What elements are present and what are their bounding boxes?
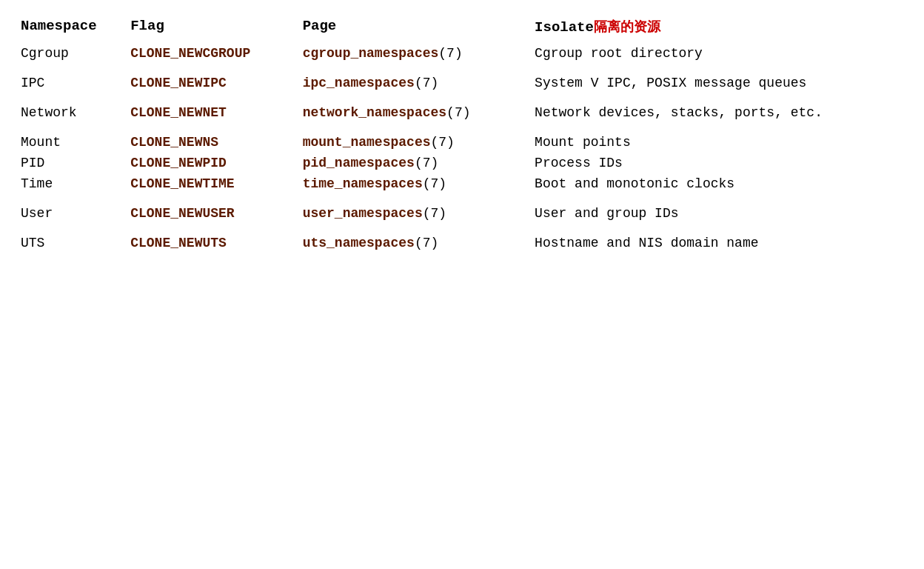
header-page: Page — [300, 15, 532, 43]
flag-cell: CLONE_NEWNET — [127, 102, 299, 123]
isolate-cell: User and group IDs — [532, 203, 906, 224]
table-row: IPCCLONE_NEWIPCipc_namespaces(7)System V… — [18, 73, 906, 93]
header-flag: Flag — [127, 15, 299, 43]
header-isolate: Isolate隔离的资源 — [532, 15, 906, 43]
flag-cell: CLONE_NEWTIME — [127, 173, 299, 194]
page-cell: user_namespaces(7) — [300, 203, 532, 224]
table-row: MountCLONE_NEWNSmount_namespaces(7)Mount… — [18, 132, 906, 153]
spacer-row — [18, 224, 906, 233]
isolate-cell: Cgroup root directory — [532, 43, 906, 64]
page-cell: time_namespaces(7) — [300, 173, 532, 194]
namespace-cell: PID — [18, 153, 127, 173]
table-row: TimeCLONE_NEWTIMEtime_namespaces(7)Boot … — [18, 173, 906, 194]
flag-cell: CLONE_NEWIPC — [127, 73, 299, 93]
isolate-cell: Process IDs — [532, 153, 906, 173]
isolate-cell: Boot and monotonic clocks — [532, 173, 906, 194]
namespace-cell: Mount — [18, 132, 127, 153]
flag-cell: CLONE_NEWPID — [127, 153, 299, 173]
spacer-row — [18, 64, 906, 73]
namespace-cell: User — [18, 203, 127, 224]
header-namespace: Namespace — [18, 15, 127, 43]
page-cell: network_namespaces(7) — [300, 102, 532, 123]
flag-cell: CLONE_NEWNS — [127, 132, 299, 153]
page-cell: uts_namespaces(7) — [300, 233, 532, 253]
isolate-cell: System V IPC, POSIX message queues — [532, 73, 906, 93]
table-row: UserCLONE_NEWUSERuser_namespaces(7)User … — [18, 203, 906, 224]
spacer-row — [18, 93, 906, 102]
table-row: NetworkCLONE_NEWNETnetwork_namespaces(7)… — [18, 102, 906, 123]
page-cell: pid_namespaces(7) — [300, 153, 532, 173]
namespace-cell: IPC — [18, 73, 127, 93]
namespace-cell: Cgroup — [18, 43, 127, 64]
flag-cell: CLONE_NEWUTS — [127, 233, 299, 253]
isolate-cell: Hostname and NIS domain name — [532, 233, 906, 253]
page-cell: ipc_namespaces(7) — [300, 73, 532, 93]
table-row: PIDCLONE_NEWPIDpid_namespaces(7)Process … — [18, 153, 906, 173]
table-row: CgroupCLONE_NEWCGROUPcgroup_namespaces(7… — [18, 43, 906, 64]
isolate-cell: Mount points — [532, 132, 906, 153]
page-cell: mount_namespaces(7) — [300, 132, 532, 153]
namespace-cell: UTS — [18, 233, 127, 253]
namespace-cell: Network — [18, 102, 127, 123]
spacer-row — [18, 194, 906, 203]
namespace-cell: Time — [18, 173, 127, 194]
spacer-row — [18, 123, 906, 132]
isolate-cell: Network devices, stacks, ports, etc. — [532, 102, 906, 123]
table-row: UTSCLONE_NEWUTSuts_namespaces(7)Hostname… — [18, 233, 906, 253]
flag-cell: CLONE_NEWUSER — [127, 203, 299, 224]
flag-cell: CLONE_NEWCGROUP — [127, 43, 299, 64]
page-cell: cgroup_namespaces(7) — [300, 43, 532, 64]
